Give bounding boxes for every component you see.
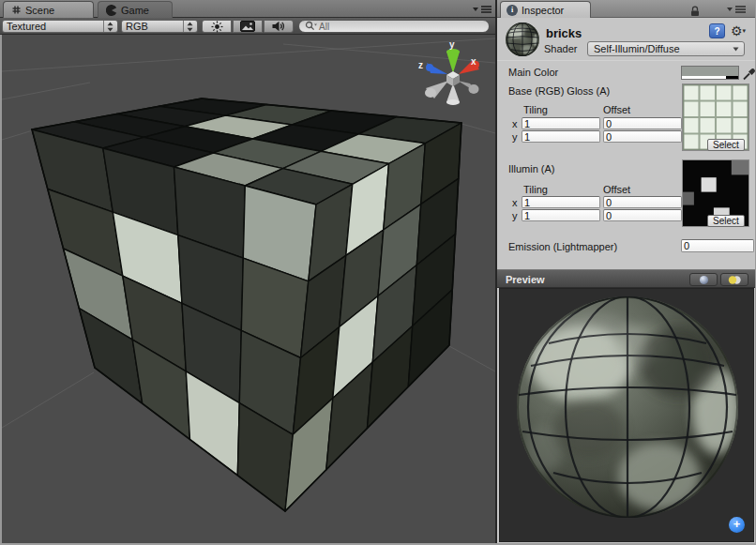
tab-inspector-label: Inspector [522, 5, 564, 16]
two-lights-icon [728, 275, 742, 285]
illumin-offset-y-field[interactable] [603, 209, 682, 221]
inspector-lock-button[interactable] [689, 4, 701, 21]
shader-label: Shader [544, 43, 577, 54]
material-preview-ball-icon [505, 22, 540, 57]
speaker-icon [272, 21, 285, 32]
illumin-tiling-y-field[interactable] [522, 209, 600, 221]
scene-lighting-toggle[interactable] [202, 20, 232, 33]
base-y-label: y [512, 131, 518, 143]
scene-search-field[interactable]: All [298, 20, 490, 33]
preview-shaded-toggle[interactable] [689, 273, 718, 286]
tab-scene[interactable]: Scene [3, 1, 94, 18]
sun-icon [211, 21, 223, 33]
inspector-panel-menu-button[interactable] [726, 5, 747, 14]
base-offset-y-field[interactable] [603, 130, 682, 143]
pane-divider[interactable] [495, 0, 497, 545]
emission-label: Emission (Lightmapper) [508, 241, 617, 252]
illumin-y-label: y [512, 210, 518, 221]
chevron-down-icon [733, 47, 739, 52]
scene-tabstrip: Scene Game [0, 0, 495, 18]
inspector-panel: i Inspector bricks Shader [497, 0, 756, 545]
image-icon [240, 21, 255, 32]
scene-3d-view: yxz [2, 35, 495, 543]
base-offset-x-field[interactable] [603, 117, 682, 129]
tab-inspector[interactable]: i Inspector [500, 1, 591, 18]
base-tiling-y-field[interactable] [522, 130, 600, 143]
gear-icon: ⚙ [731, 23, 743, 38]
illumin-offset-header: Offset [603, 184, 630, 195]
svg-text:x: x [471, 56, 476, 67]
render-mode-dropdown[interactable]: Textured [2, 20, 118, 33]
color-mode-label: RGB [126, 21, 180, 32]
illumin-tiling-x-field[interactable] [522, 196, 600, 208]
base-tiling-header: Tiling [523, 104, 548, 115]
panel-menu-icon [726, 5, 747, 14]
tab-game-label: Game [121, 5, 149, 16]
preview-title: Preview [506, 274, 545, 285]
preview-header[interactable]: Preview [497, 269, 756, 288]
scene-audio-toggle[interactable] [264, 20, 294, 33]
material-preview-sphere [500, 289, 753, 541]
emission-field[interactable] [681, 239, 754, 252]
scene-panel: Scene Game Textured [0, 0, 495, 545]
help-button[interactable]: ? [709, 23, 725, 38]
color-mode-dropdown[interactable]: RGB [121, 20, 198, 33]
unity-editor-window: Scene Game Textured [0, 0, 756, 545]
illumin-tiling-header: Tiling [523, 184, 548, 195]
panel-menu-icon [472, 5, 492, 14]
base-texture-select-button[interactable]: Select [707, 139, 745, 151]
illumin-texture-select-button[interactable]: Select [707, 215, 745, 227]
preview-add-button[interactable]: + [729, 517, 745, 533]
updown-arrow-icon [107, 22, 113, 32]
base-section-label: Base (RGB) Gloss (A) [508, 85, 610, 97]
info-icon: i [507, 5, 518, 16]
preview-lighting-toggle[interactable] [720, 273, 748, 286]
base-tiling-x-field[interactable] [522, 117, 600, 129]
grid-icon [11, 5, 22, 15]
svg-text:y: y [449, 39, 455, 50]
chevron-down-icon: ▾ [743, 27, 747, 35]
updown-arrow-icon [187, 22, 193, 32]
base-x-label: x [512, 118, 518, 129]
scene-viewport[interactable]: yxz [0, 35, 495, 543]
inspector-tabstrip: i Inspector [497, 0, 756, 18]
search-filter-label[interactable]: All [319, 22, 329, 32]
svg-text:z: z [418, 60, 423, 70]
shader-value: Self-Illumin/Diffuse [594, 43, 680, 54]
scene-toolbar: Textured RGB [0, 18, 495, 35]
illumin-section-label: Illumin (A) [508, 163, 555, 174]
main-color-label: Main Color [508, 67, 558, 78]
scene-panel-menu-button[interactable] [472, 5, 492, 14]
eyedropper-icon[interactable] [742, 64, 756, 81]
scene-skybox-toggle[interactable] [233, 20, 263, 33]
render-mode-label: Textured [7, 21, 100, 32]
shader-dropdown[interactable]: Self-Illumin/Diffuse [587, 41, 745, 56]
illumin-x-label: x [512, 197, 518, 208]
game-pacman-icon [106, 5, 117, 16]
search-icon [305, 21, 317, 32]
tab-game[interactable]: Game [98, 1, 173, 18]
base-offset-header: Offset [603, 104, 630, 115]
main-color-swatch[interactable] [681, 66, 739, 80]
header-separator [497, 60, 756, 61]
material-name: bricks [546, 26, 582, 40]
search-input[interactable] [331, 20, 483, 33]
material-preview-area[interactable]: + [499, 288, 754, 542]
lock-icon [689, 6, 701, 17]
tab-scene-label: Scene [25, 5, 54, 16]
illumin-offset-x-field[interactable] [603, 196, 682, 208]
sphere-icon [699, 275, 709, 285]
material-options-button[interactable]: ⚙▾ [731, 23, 746, 38]
